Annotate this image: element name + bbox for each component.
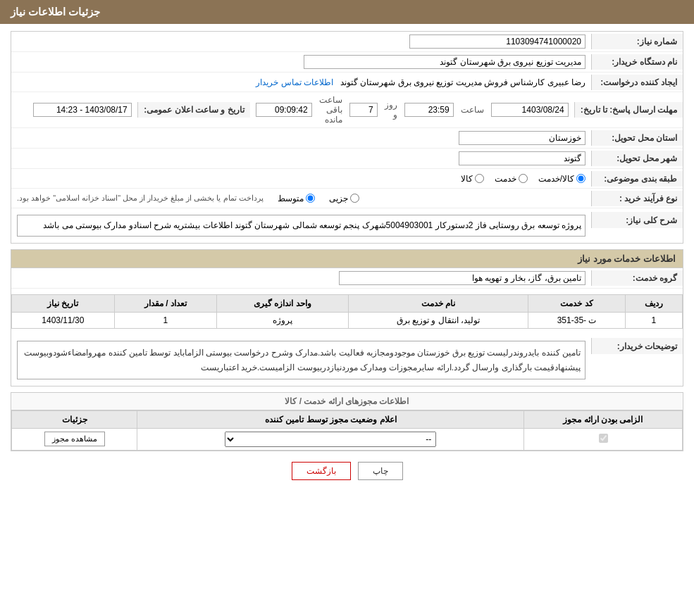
view-permit-button[interactable]: مشاهده مجوز (44, 432, 105, 446)
reply-deadline-row: مهلت ارسال پاسخ: تا تاریخ: ساعت روز و سا… (11, 92, 683, 128)
page-title: جزئیات اطلاعات نیاز (11, 6, 100, 18)
col-unit: واحد اندازه گیری (217, 295, 348, 313)
category-kala-item: کالا (461, 174, 484, 184)
cell-code: ت -35-351 (528, 313, 625, 329)
permits-title: اطلاعات مجوزهای ارائه خدمت / کالا (11, 393, 683, 410)
contact-info-link[interactable]: اطلاعات تماس خریدار (256, 77, 333, 87)
category-both-label: کالا/خدمت (538, 174, 574, 184)
province-label: استان محل تحویل: (591, 130, 683, 146)
process-medium-label: متوسط (278, 194, 304, 203)
reply-deadline-value: ساعت روز و ساعت باقی مانده (250, 92, 574, 127)
col-row: ردیف (625, 295, 682, 313)
need-number-value (11, 32, 591, 51)
permit-col-status: اعلام وضعیت مجوز توسط تامین کننده (137, 410, 524, 428)
permit-col-details: جزئیات (12, 410, 137, 428)
service-group-label: گروه خدمت: (591, 270, 683, 286)
service-info-section: اطلاعات خدمات مورد نیاز گروه خدمت: ردیف … (11, 249, 683, 386)
buyer-notes-row: توضیحات خریدار: تامین کننده بایدروندرلیس… (11, 334, 683, 386)
reply-time-label: ساعت (461, 105, 484, 115)
category-khedmat-item: خدمت (495, 174, 528, 184)
reply-deadline-label: مهلت ارسال پاسخ: تا تاریخ: (574, 102, 683, 118)
table-row: -- مشاهده مجوز (12, 428, 683, 450)
category-both-radio[interactable] (576, 174, 585, 183)
need-number-input[interactable] (409, 34, 585, 49)
page-header: جزئیات اطلاعات نیاز (0, 0, 694, 24)
print-button[interactable]: چاپ (358, 462, 403, 480)
province-row: استان محل تحویل: (11, 128, 683, 149)
permits-table: الزامی بودن ارائه مجوز اعلام وضعیت مجوز … (11, 410, 683, 451)
province-input[interactable] (459, 131, 585, 145)
process-note: پرداخت تمام یا بخشی از مبلغ خریدار از مح… (17, 194, 264, 203)
permit-required-checkbox[interactable] (599, 434, 608, 443)
cell-name: تولید، انتقال و توزیع برق (348, 313, 528, 329)
service-group-input[interactable] (339, 271, 585, 285)
need-desc-row: شرح کلی نیاز: پروژه توسعه برق روستایی فا… (11, 208, 683, 243)
reply-day-label: روز و (385, 100, 397, 120)
creator-row: ایجاد کننده درخواست: رضا عبیری کارشناس ف… (11, 73, 683, 92)
buyer-notes-label: توضیحات خریدار: (591, 338, 683, 354)
category-value: کالا خدمت کالا/خدمت (11, 171, 591, 187)
category-kala-radio[interactable] (475, 174, 484, 183)
announce-value (11, 100, 137, 120)
process-row: نوع فرآیند خرید : پرداخت تمام یا بخشی از… (11, 189, 683, 208)
city-input[interactable] (459, 151, 585, 165)
permits-section: اطلاعات مجوزهای ارائه خدمت / کالا الزامی… (11, 392, 683, 451)
need-desc-label: شرح کلی نیاز: (591, 212, 683, 228)
buyer-org-input[interactable] (304, 55, 585, 69)
reply-remaining-label: ساعت باقی مانده (319, 95, 342, 125)
buyer-org-row: نام دستگاه خریدار: (11, 52, 683, 73)
process-medium-radio[interactable] (306, 194, 315, 203)
need-number-row: شماره نیاز: (11, 32, 683, 52)
province-value (11, 128, 591, 148)
permit-status-select[interactable]: -- (225, 432, 436, 447)
category-radio-group: کالا خدمت کالا/خدمت (17, 174, 585, 184)
col-code: کد خدمت (528, 295, 625, 313)
process-medium-item: متوسط (278, 194, 315, 203)
table-row: 1 ت -35-351 تولید، انتقال و توزیع برق پر… (12, 313, 683, 329)
need-desc-value: پروژه توسعه برق روستایی فاز 2دستورکار 50… (11, 212, 591, 239)
announce-input[interactable] (33, 103, 132, 117)
category-row: طبقه بندی موضوعی: کالا خدمت (11, 169, 683, 189)
creator-label: ایجاد کننده درخواست: (591, 75, 683, 90)
buyer-org-label: نام دستگاه خریدار: (591, 54, 683, 70)
cell-date: 1403/11/30 (12, 313, 115, 329)
category-both-item: کالا/خدمت (538, 174, 585, 184)
buyer-notes-value: تامین کننده بایدروندرلیست توزیع برق خوزس… (11, 338, 591, 382)
category-label: طبقه بندی موضوعی: (591, 171, 683, 187)
cell-qty: 1 (114, 313, 217, 329)
reply-date-input[interactable] (491, 103, 569, 117)
process-partial-label: جزیی (329, 194, 348, 203)
city-value (11, 149, 591, 168)
cell-row: 1 (625, 313, 682, 329)
permit-status: -- (137, 428, 524, 450)
permit-required (524, 428, 683, 450)
category-khedmat-radio[interactable] (519, 174, 528, 183)
city-label: شهر محل تحویل: (591, 151, 683, 166)
cell-unit: پروژه (217, 313, 348, 329)
main-info-section: شماره نیاز: نام دستگاه خریدار: ایجاد کنن… (11, 31, 683, 244)
creator-value: رضا عبیری کارشناس فروش مدیریت توزیع نیرو… (11, 75, 591, 90)
col-name: نام خدمت (348, 295, 528, 313)
process-partial-item: جزیی (329, 194, 359, 203)
process-value: پرداخت تمام یا بخشی از مبلغ خریدار از مح… (11, 191, 591, 206)
process-partial-radio[interactable] (350, 194, 359, 203)
process-label: نوع فرآیند خرید : (591, 191, 683, 206)
process-type-group: پرداخت تمام یا بخشی از مبلغ خریدار از مح… (17, 194, 585, 203)
buyer-org-value (11, 52, 591, 72)
announce-label: تاریخ و ساعت اعلان عمومی: (137, 102, 250, 118)
back-button[interactable]: بازگشت (292, 462, 351, 480)
city-row: شهر محل تحویل: (11, 149, 683, 169)
category-khedmat-label: خدمت (495, 174, 516, 184)
permit-details: مشاهده مجوز (12, 428, 137, 450)
service-section-title: اطلاعات خدمات مورد نیاز (11, 250, 683, 268)
service-group-value (11, 268, 591, 288)
reply-time-input[interactable] (404, 103, 454, 117)
need-desc-box: پروژه توسعه برق روستایی فاز 2دستورکار 50… (17, 215, 585, 237)
creator-text: رضا عبیری کارشناس فروش مدیریت توزیع نیرو… (340, 77, 585, 87)
reply-remaining-input[interactable] (256, 103, 312, 117)
category-kala-label: کالا (461, 174, 473, 184)
buyer-notes-box: تامین کننده بایدروندرلیست توزیع برق خوزس… (17, 341, 585, 379)
reply-days-input[interactable] (349, 103, 378, 117)
col-qty: تعداد / مقدار (114, 295, 217, 313)
permit-col-required: الزامی بودن ارائه مجوز (524, 410, 683, 428)
